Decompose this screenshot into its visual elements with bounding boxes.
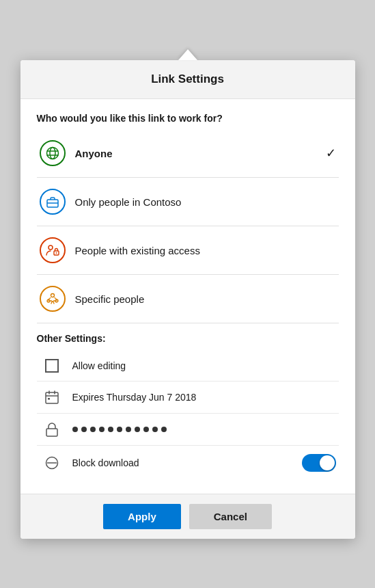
briefcase-icon bbox=[40, 189, 66, 215]
option-existing-label: People with existing access bbox=[75, 245, 200, 256]
setting-block-download[interactable]: Block download bbox=[37, 446, 339, 480]
divider-1 bbox=[37, 177, 339, 178]
svg-point-1 bbox=[50, 148, 55, 159]
svg-rect-14 bbox=[46, 392, 58, 403]
toggle-knob bbox=[320, 455, 335, 470]
block-download-label: Block download bbox=[72, 457, 302, 468]
option-specific-label: Specific people bbox=[75, 293, 145, 305]
divider-3 bbox=[37, 274, 339, 275]
people-lock-icon bbox=[40, 237, 66, 263]
cancel-button[interactable]: Cancel bbox=[189, 504, 272, 529]
dialog-header: Link Settings bbox=[20, 60, 355, 99]
block-icon bbox=[40, 455, 64, 470]
allow-editing-checkbox[interactable] bbox=[45, 359, 59, 373]
apply-button[interactable]: Apply bbox=[103, 504, 181, 529]
svg-point-0 bbox=[46, 148, 58, 159]
block-download-toggle-container bbox=[302, 454, 336, 472]
setting-expires[interactable]: Expires Thursday Jun 7 2018 bbox=[37, 382, 339, 414]
svg-rect-19 bbox=[46, 429, 57, 436]
option-contoso[interactable]: Only people in Contoso bbox=[37, 182, 339, 222]
checkbox-icon bbox=[40, 359, 64, 373]
option-anyone[interactable]: Anyone ✓ bbox=[37, 133, 339, 173]
dialog-pointer bbox=[178, 49, 197, 60]
dialog-body: Who would you like this link to work for… bbox=[20, 99, 355, 494]
password-dots bbox=[72, 427, 167, 432]
globe-icon bbox=[40, 140, 66, 166]
svg-point-6 bbox=[48, 245, 53, 250]
option-existing[interactable]: People with existing access bbox=[37, 230, 339, 270]
svg-rect-18 bbox=[48, 398, 50, 400]
block-download-toggle[interactable] bbox=[302, 454, 336, 472]
setting-password[interactable] bbox=[37, 414, 339, 446]
dialog-footer: Apply Cancel bbox=[20, 494, 355, 539]
link-question: Who would you like this link to work for… bbox=[37, 113, 339, 124]
setting-allow-editing[interactable]: Allow editing bbox=[37, 351, 339, 382]
option-contoso-label: Only people in Contoso bbox=[75, 196, 182, 208]
divider-2 bbox=[37, 226, 339, 226]
other-settings-label: Other Settings: bbox=[37, 333, 339, 344]
people-link-icon bbox=[40, 286, 66, 312]
link-settings-dialog: Link Settings Who would you like this li… bbox=[20, 60, 355, 539]
dialog-title: Link Settings bbox=[34, 72, 342, 86]
option-anyone-label: Anyone bbox=[75, 148, 113, 159]
allow-editing-label: Allow editing bbox=[72, 360, 336, 371]
option-specific[interactable]: Specific people bbox=[37, 279, 339, 319]
calendar-icon bbox=[40, 390, 64, 405]
dialog-wrapper: Link Settings Who would you like this li… bbox=[20, 49, 355, 539]
lock-icon bbox=[40, 422, 64, 437]
anyone-checkmark: ✓ bbox=[326, 146, 336, 161]
svg-point-8 bbox=[55, 252, 57, 254]
svg-point-9 bbox=[51, 294, 54, 297]
divider-4 bbox=[37, 323, 339, 323]
expires-label: Expires Thursday Jun 7 2018 bbox=[72, 392, 336, 403]
